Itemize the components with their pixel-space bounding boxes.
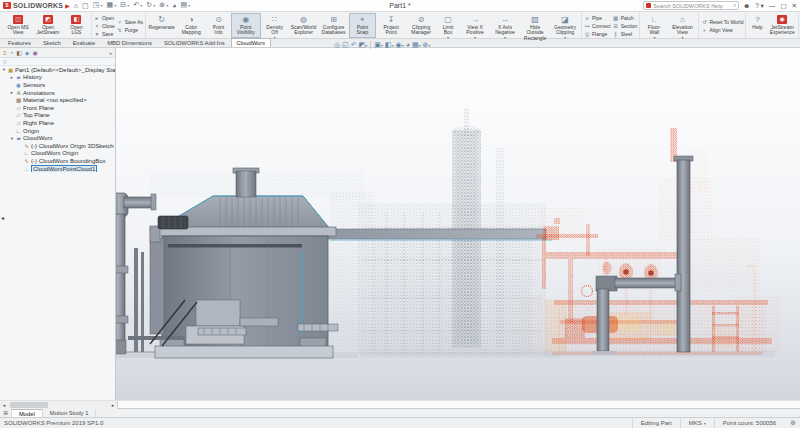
scroll-right-icon[interactable]: ▸ xyxy=(109,402,117,408)
previous-view-icon[interactable]: ↶ xyxy=(351,39,357,51)
close-icon[interactable]: ✕ xyxy=(792,2,797,10)
ribbon-button-open-lgs[interactable]: ◧Open LGS xyxy=(63,13,90,38)
ribbon-button-hide-outside-rectangle[interactable]: ▧Hide Outside Rectangle xyxy=(520,13,550,38)
rebuild-icon-dropdown[interactable]: ▾ xyxy=(152,3,155,8)
save-icon-dropdown[interactable]: ▾ xyxy=(113,3,116,8)
options-icon[interactable]: ⊛ ▾ xyxy=(159,0,168,11)
view-orientation-icon-dropdown[interactable]: ▾ xyxy=(381,43,383,48)
ribbon-button-close[interactable]: ×Close xyxy=(94,22,115,29)
hide-show-items-icon-dropdown[interactable]: ▾ xyxy=(402,43,404,48)
tree-item-history[interactable]: ▸▰History xyxy=(0,74,115,82)
view-settings-icon-dropdown[interactable]: ▾ xyxy=(428,43,430,48)
elevation-view-dropdown-icon[interactable]: ▾ xyxy=(681,36,683,39)
ribbon-button-geometry-clipping[interactable]: ◪Geometry Clipping▾ xyxy=(550,13,580,38)
tree-item-cloudworx-origin[interactable]: ∟CloudWorx Origin xyxy=(0,150,115,158)
tab-scroll-icon[interactable]: ⊞ xyxy=(0,409,12,417)
geometry-clipping-dropdown-icon[interactable]: ▾ xyxy=(564,36,566,39)
propertymanager-tab[interactable]: ◔ xyxy=(10,48,14,58)
home-icon[interactable]: ⌂ xyxy=(74,1,78,11)
file-properties-icon-dropdown[interactable]: ▾ xyxy=(187,3,190,8)
ribbon-button-density-off[interactable]: ∷Density Off▾ xyxy=(261,13,289,38)
units-dropdown-icon[interactable]: ▾ xyxy=(704,421,706,426)
tab-cloudworx[interactable]: CloudWorx xyxy=(231,38,272,47)
appearance-icon[interactable]: ◕ xyxy=(172,1,176,11)
panel-expand-icon[interactable]: » xyxy=(109,50,112,56)
scroll-thumb[interactable] xyxy=(10,402,48,408)
edit-appearance-icon[interactable]: ◕ xyxy=(406,39,410,51)
options-icon-dropdown[interactable]: ▾ xyxy=(165,3,168,8)
ribbon-button-floor-wall[interactable]: ∟Floor-Wall▾ xyxy=(641,13,667,38)
ribbon-button-align-view[interactable]: +Align View xyxy=(701,26,743,33)
tab-sketch[interactable]: Sketch xyxy=(37,38,67,47)
viewport-3d[interactable] xyxy=(0,48,800,400)
configurationmanager-tab[interactable]: ◧ xyxy=(16,48,22,58)
tree-item-cloudworx[interactable]: ▾▰CloudWorx xyxy=(0,134,115,142)
tab-features[interactable]: Features xyxy=(2,38,37,47)
tree-item-cloudworx-boundingbox[interactable]: ∿(-) CloudWorx BoundingBox xyxy=(0,157,115,165)
view-x-positive-dropdown-icon[interactable]: ▾ xyxy=(474,36,476,39)
ribbon-button-color-mapping[interactable]: ◑Color Mapping xyxy=(176,13,206,38)
ribbon-button-limit-box[interactable]: ▢Limit Box▾ xyxy=(436,13,460,38)
density-off-dropdown-icon[interactable]: ▾ xyxy=(274,36,276,39)
ribbon-button-reset-to-world[interactable]: ↺Reset To World xyxy=(701,18,743,25)
minimize-icon[interactable]: — xyxy=(769,2,776,9)
tab-model[interactable]: Model xyxy=(12,409,43,417)
ribbon-button-view-x-positive[interactable]: →View X Positive▾ xyxy=(460,13,490,38)
tree-item-cloudworxpointcloud1[interactable]: ∴CloudWorxPointCloud1 xyxy=(0,165,115,173)
ribbon-button-point-snap[interactable]: ⌖Point Snap xyxy=(349,13,377,38)
view-orientation-icon[interactable]: ▣▾ xyxy=(374,39,383,52)
save-icon[interactable]: ▦ ▾ xyxy=(106,0,116,11)
help-icon[interactable]: ? ▾ xyxy=(755,2,764,10)
tree-item-origin[interactable]: ∟Origin xyxy=(0,127,115,135)
user-account-icon[interactable]: ☻ xyxy=(743,2,750,9)
ribbon-button-purge[interactable]: ↯Purge xyxy=(117,26,143,33)
tree-item-right-plane[interactable]: ▱Right Plane xyxy=(0,119,115,127)
apply-scene-icon-dropdown[interactable]: ▾ xyxy=(419,43,421,48)
zoom-fit-icon[interactable]: ◎ xyxy=(334,39,340,51)
tree-item-annotations[interactable]: ▸AAnnotations xyxy=(0,89,115,97)
restore-icon[interactable]: ▢ xyxy=(780,2,786,10)
ribbon-button-point-visibility[interactable]: ◉Point Visibility xyxy=(231,13,261,38)
ribbon-button-clipping-manager[interactable]: ⊘Clipping Manager xyxy=(406,13,436,38)
open-document-icon[interactable]: ◳ ▾ xyxy=(93,0,103,11)
tree-item-front-plane[interactable]: ▱Front Plane xyxy=(0,104,115,112)
ribbon-button-point-info[interactable]: ⊙Point Info xyxy=(206,13,230,38)
undo-icon[interactable]: ↶ ▾ xyxy=(133,0,142,11)
apply-scene-icon[interactable]: ▦▾ xyxy=(412,39,421,52)
tab-motion-study-1[interactable]: Motion Study 1 xyxy=(43,409,97,417)
zoom-area-icon[interactable]: ◱ xyxy=(342,39,349,51)
ribbon-button-regenerate[interactable]: ↻Regenerate xyxy=(147,13,176,38)
ribbon-button-steel[interactable]: ∥Steel xyxy=(613,30,638,37)
panel-collapse-icon[interactable]: ◂ xyxy=(1,214,4,221)
ribbon-button-save[interactable]: ▾Save xyxy=(94,30,115,37)
featuremanager-tab[interactable]: ≡ xyxy=(3,48,7,58)
view-settings-icon[interactable]: ⊛▾ xyxy=(423,39,431,52)
scroll-track[interactable] xyxy=(8,401,109,409)
ribbon-button-save-as[interactable]: ▿Save As xyxy=(117,18,143,25)
print-icon-dropdown[interactable]: ▾ xyxy=(126,3,129,8)
limit-box-dropdown-icon[interactable]: ▾ xyxy=(447,36,449,39)
displaymanager-tab[interactable]: ◉ xyxy=(32,48,37,58)
tree-item-cloudworx-origin-3dsketch[interactable]: ∿(-) CloudWorx Origin 3DSketch xyxy=(0,142,115,150)
search-input[interactable]: Search SOLIDWORKS Help ⌕ xyxy=(643,1,739,10)
ribbon-button-jetstream-experience[interactable]: ◉JetStream Experience xyxy=(767,13,797,38)
ribbon-button-patch[interactable]: ▦Patch xyxy=(613,14,638,21)
display-style-icon-dropdown[interactable]: ▾ xyxy=(392,43,394,48)
ribbon-button-configure-databases[interactable]: ⊞Configure Databases xyxy=(319,13,349,38)
ribbon-button-project-point[interactable]: ↧Project Point xyxy=(376,13,406,38)
section-view-icon[interactable]: ◩▾ xyxy=(359,39,368,52)
file-properties-icon[interactable]: ▤ ▾ xyxy=(180,0,190,11)
dimxpertmanager-tab[interactable]: ◈ xyxy=(25,48,30,58)
floor-wall-dropdown-icon[interactable]: ▾ xyxy=(653,36,655,39)
tab-mbd-dimensions[interactable]: MBD Dimensions xyxy=(101,38,158,47)
ribbon-button-scan-world-explorer[interactable]: ◍Scan/World Explorer xyxy=(289,13,319,38)
ribbon-button-open-ms-view[interactable]: ◫Open MS View xyxy=(3,13,33,38)
horizontal-scrollbar[interactable]: ◂ ▸ xyxy=(0,401,118,409)
rebuild-icon[interactable]: ↻ ▾ xyxy=(146,0,155,11)
section-view-icon-dropdown[interactable]: ▾ xyxy=(365,43,367,48)
scroll-left-icon[interactable]: ◂ xyxy=(0,402,8,408)
ribbon-button-x-axis-negative[interactable]: ↔X Axis Negative▾ xyxy=(490,13,520,38)
hide-show-items-icon[interactable]: ◉▾ xyxy=(396,39,404,52)
print-icon[interactable]: ⊟ ▾ xyxy=(120,0,129,11)
display-style-icon[interactable]: ◧▾ xyxy=(385,39,394,52)
